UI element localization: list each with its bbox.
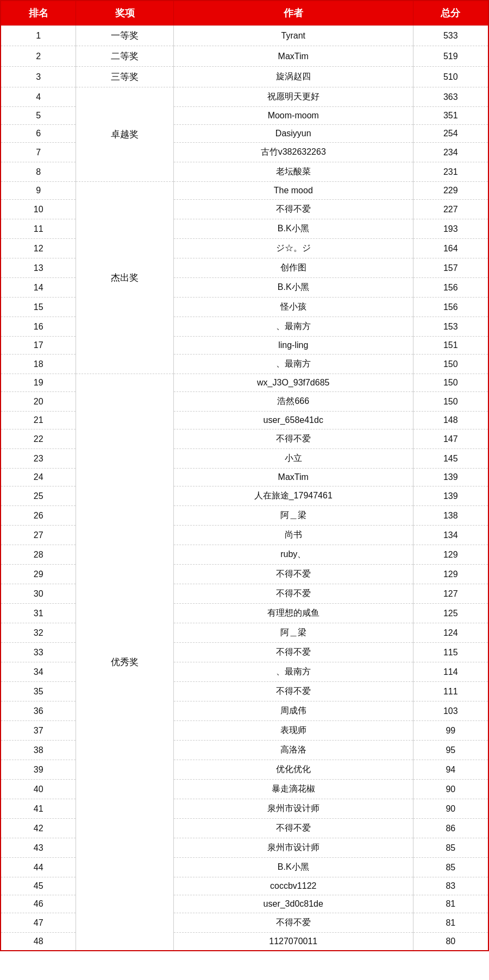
cell-author: The mood (173, 182, 413, 200)
cell-score: 150 (413, 392, 488, 412)
cell-rank: 14 (1, 278, 76, 298)
cell-rank: 38 (1, 741, 76, 760)
cell-author: 祝愿明天更好 (173, 87, 413, 107)
cell-author: 人在旅途_17947461 (173, 486, 413, 506)
cell-author: ruby、 (173, 545, 413, 565)
table-row: 33不得不爱115 (1, 643, 488, 662)
table-row: 43泉州市设计师85 (1, 838, 488, 858)
cell-rank: 45 (1, 877, 76, 895)
cell-score: 164 (413, 239, 488, 258)
table-row: 23小立145 (1, 449, 488, 469)
table-row: 18、最南方150 (1, 355, 488, 374)
cell-rank: 30 (1, 584, 76, 604)
cell-score: 99 (413, 721, 488, 741)
cell-rank: 22 (1, 429, 76, 449)
table-row: 3三等奖旋涡赵四510 (1, 67, 488, 87)
table-row: 1一等奖Tyrant533 (1, 26, 488, 46)
cell-score: 533 (413, 26, 488, 46)
cell-award: 优秀奖 (76, 374, 174, 951)
cell-rank: 25 (1, 486, 76, 506)
table-row: 46user_3d0c81de81 (1, 895, 488, 913)
cell-score: 150 (413, 374, 488, 392)
cell-score: 227 (413, 200, 488, 219)
cell-author: ling-ling (173, 337, 413, 355)
table-row: 28ruby、129 (1, 545, 488, 565)
table-row: 32阿＿梁124 (1, 623, 488, 643)
table-row: 6Dasiyyun254 (1, 125, 488, 143)
cell-score: 103 (413, 701, 488, 721)
table-row: 36周成伟103 (1, 701, 488, 721)
table-row: 5Moom-moom351 (1, 107, 488, 125)
cell-score: 129 (413, 545, 488, 565)
cell-rank: 17 (1, 337, 76, 355)
cell-score: 351 (413, 107, 488, 125)
cell-rank: 19 (1, 374, 76, 392)
table-row: 9杰出奖The mood229 (1, 182, 488, 200)
table-row: 4卓越奖祝愿明天更好363 (1, 87, 488, 107)
cell-author: user_658e41dc (173, 412, 413, 429)
cell-rank: 48 (1, 933, 76, 951)
cell-author: 怪小孩 (173, 298, 413, 317)
table-row: 19优秀奖wx_J3O_93f7d685150 (1, 374, 488, 392)
cell-award: 杰出奖 (76, 182, 174, 374)
cell-author: 、最南方 (173, 355, 413, 374)
cell-author: MaxTim (173, 469, 413, 486)
header-award: 奖项 (76, 1, 174, 26)
cell-author: 泉州市设计师 (173, 838, 413, 858)
cell-rank: 20 (1, 392, 76, 412)
table-row: 38高洛洛95 (1, 741, 488, 760)
cell-score: 150 (413, 355, 488, 374)
table-row: 8老坛酸菜231 (1, 162, 488, 182)
cell-rank: 27 (1, 526, 76, 545)
cell-rank: 18 (1, 355, 76, 374)
cell-rank: 21 (1, 412, 76, 429)
cell-score: 510 (413, 67, 488, 87)
cell-rank: 8 (1, 162, 76, 182)
cell-rank: 42 (1, 819, 76, 838)
cell-rank: 47 (1, 913, 76, 933)
cell-author: 浩然666 (173, 392, 413, 412)
cell-rank: 23 (1, 449, 76, 469)
cell-score: 519 (413, 46, 488, 67)
cell-score: 134 (413, 526, 488, 545)
cell-rank: 24 (1, 469, 76, 486)
cell-rank: 3 (1, 67, 76, 87)
header-rank: 排名 (1, 1, 76, 26)
table-row: 27尚书134 (1, 526, 488, 545)
cell-score: 139 (413, 469, 488, 486)
cell-score: 85 (413, 858, 488, 877)
cell-rank: 1 (1, 26, 76, 46)
cell-rank: 33 (1, 643, 76, 662)
cell-score: 147 (413, 429, 488, 449)
cell-author: user_3d0c81de (173, 895, 413, 913)
cell-score: 85 (413, 838, 488, 858)
table-row: 41泉州市设计师90 (1, 799, 488, 819)
table-row: 10不得不爱227 (1, 200, 488, 219)
table-row: 31有理想的咸鱼125 (1, 604, 488, 623)
cell-author: 不得不爱 (173, 200, 413, 219)
cell-rank: 37 (1, 721, 76, 741)
cell-author: MaxTim (173, 46, 413, 67)
cell-award: 一等奖 (76, 26, 174, 46)
table-row: 15怪小孩156 (1, 298, 488, 317)
cell-author: ジ☆。ジ (173, 239, 413, 258)
cell-author: 不得不爱 (173, 913, 413, 933)
table-row: 11B.K小黑193 (1, 219, 488, 239)
cell-author: 泉州市设计师 (173, 799, 413, 819)
cell-rank: 36 (1, 701, 76, 721)
table-row: 17ling-ling151 (1, 337, 488, 355)
cell-rank: 13 (1, 258, 76, 278)
cell-award: 二等奖 (76, 46, 174, 67)
cell-score: 95 (413, 741, 488, 760)
cell-author: 不得不爱 (173, 429, 413, 449)
cell-rank: 31 (1, 604, 76, 623)
cell-author: 不得不爱 (173, 643, 413, 662)
header-score: 总分 (413, 1, 488, 26)
cell-rank: 34 (1, 662, 76, 682)
table-row: 39优化优化94 (1, 760, 488, 780)
cell-author: Dasiyyun (173, 125, 413, 143)
cell-score: 145 (413, 449, 488, 469)
cell-author: coccbv1122 (173, 877, 413, 895)
table-row: 37表现师99 (1, 721, 488, 741)
table-row: 29不得不爱129 (1, 565, 488, 584)
